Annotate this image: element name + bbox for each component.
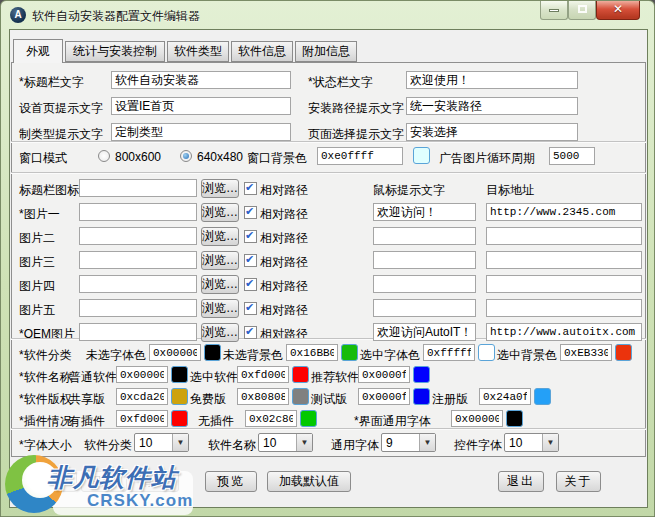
install-path-hint-input[interactable]: [406, 97, 578, 115]
chevron-down-icon[interactable]: ▼: [419, 434, 435, 451]
save-button[interactable]: 保存: [81, 471, 127, 492]
selected-font-color-swatch[interactable]: [478, 344, 495, 361]
registered-color-input[interactable]: [479, 388, 531, 405]
browse-button[interactable]: 浏览…: [201, 275, 239, 294]
browse-button[interactable]: 浏览…: [201, 203, 239, 222]
selected-bg-color-swatch[interactable]: [615, 344, 632, 361]
ad-cycle-input[interactable]: [549, 147, 595, 165]
close-button[interactable]: ✕: [596, 1, 640, 20]
picture5-url-input[interactable]: [486, 299, 642, 317]
tab-stats-install-control[interactable]: 统计与安装控制: [65, 41, 165, 62]
registered-color-swatch[interactable]: [534, 388, 551, 405]
unselected-bg-color-input[interactable]: [286, 344, 338, 361]
shareware-color-swatch[interactable]: [171, 388, 188, 405]
custom-type-hint-input[interactable]: [111, 123, 291, 141]
picture1-tooltip-input[interactable]: [373, 203, 476, 221]
picture2-url-input[interactable]: [486, 227, 642, 245]
preview-button[interactable]: 预览: [205, 471, 257, 492]
selected-bg-color-input[interactable]: [560, 344, 612, 361]
radio-640x480[interactable]: [180, 150, 192, 162]
minimize-button[interactable]: [540, 1, 568, 20]
picture3-tooltip-input[interactable]: [373, 251, 476, 269]
no-plugin-color-input[interactable]: [245, 410, 297, 427]
picture2-path-input[interactable]: [79, 227, 197, 245]
about-button[interactable]: 关于: [556, 471, 601, 492]
picture4-url-input[interactable]: [486, 275, 642, 293]
common-font-dropdown[interactable]: 9 ▼: [381, 433, 436, 452]
chevron-down-icon[interactable]: ▼: [542, 434, 558, 451]
oem-tooltip-input[interactable]: [373, 323, 476, 341]
freeware-color-swatch[interactable]: [292, 388, 309, 405]
browse-button[interactable]: 浏览…: [201, 299, 239, 318]
chevron-down-icon[interactable]: ▼: [172, 434, 188, 451]
tab-software-info[interactable]: 软件信息: [231, 41, 293, 62]
control-font-dropdown[interactable]: 10 ▼: [504, 433, 559, 452]
picture3-path-input[interactable]: [79, 251, 197, 269]
browse-button[interactable]: 浏览…: [201, 227, 239, 246]
relative-path-checkbox[interactable]: [244, 206, 257, 219]
ui-common-font-color-input[interactable]: [451, 410, 503, 427]
window-bg-input[interactable]: [317, 147, 403, 165]
recommended-software-color-input[interactable]: [358, 366, 410, 383]
window-bg-swatch[interactable]: [413, 147, 430, 164]
picture-row-label: 图片四: [19, 278, 55, 295]
beta-color-input[interactable]: [358, 388, 410, 405]
status-text-input[interactable]: [406, 71, 578, 89]
relative-path-checkbox[interactable]: [244, 278, 257, 291]
unselected-font-color-input[interactable]: [149, 344, 201, 361]
oem-url-input[interactable]: [486, 323, 642, 341]
freeware-color-input[interactable]: [237, 388, 289, 405]
tab-appearance[interactable]: 外观: [13, 39, 63, 63]
maximize-button[interactable]: [568, 1, 596, 20]
recommended-software-color-swatch[interactable]: [413, 366, 430, 383]
beta-color-swatch[interactable]: [413, 388, 430, 405]
unselected-bg-color-swatch[interactable]: [341, 344, 358, 361]
titlebar-icon-path-input[interactable]: [79, 179, 197, 197]
selected-software-color-input[interactable]: [237, 366, 289, 383]
normal-software-color-swatch[interactable]: [171, 366, 188, 383]
page-select-hint-input[interactable]: [406, 123, 578, 141]
open-button[interactable]: 打开: [23, 471, 77, 492]
url-column-header: 目标地址: [486, 182, 534, 199]
clear-button[interactable]: 清空: [129, 471, 179, 492]
oem-picture-path-input[interactable]: [79, 323, 197, 341]
selected-software-color-swatch[interactable]: [292, 366, 309, 383]
picture1-url-input[interactable]: [486, 203, 642, 221]
shareware-color-input[interactable]: [116, 388, 168, 405]
beta-label: 测试版: [311, 391, 347, 408]
picture2-tooltip-input[interactable]: [373, 227, 476, 245]
has-plugin-color-input[interactable]: [116, 410, 168, 427]
browse-button[interactable]: 浏览…: [201, 251, 239, 270]
relative-path-checkbox[interactable]: [244, 302, 257, 315]
chevron-down-icon[interactable]: ▼: [296, 434, 312, 451]
picture5-tooltip-input[interactable]: [373, 299, 476, 317]
browse-button[interactable]: 浏览…: [201, 323, 239, 342]
has-plugin-color-swatch[interactable]: [171, 410, 188, 427]
tab-software-type[interactable]: 软件类型: [167, 41, 229, 62]
relative-path-checkbox[interactable]: [244, 182, 257, 195]
exit-button[interactable]: 退出: [498, 471, 544, 492]
title-text-input[interactable]: [111, 71, 291, 89]
browse-button[interactable]: 浏览…: [201, 179, 239, 198]
load-defaults-button[interactable]: 加载默认值: [267, 471, 351, 492]
picture4-path-input[interactable]: [79, 275, 197, 293]
name-font-dropdown[interactable]: 10 ▼: [258, 433, 313, 452]
picture3-url-input[interactable]: [486, 251, 642, 269]
category-font-dropdown[interactable]: 10 ▼: [134, 433, 189, 452]
picture1-path-input[interactable]: [79, 203, 197, 221]
relative-path-checkbox[interactable]: [244, 254, 257, 267]
shareware-label: 共享版: [69, 391, 105, 408]
picture5-path-input[interactable]: [79, 299, 197, 317]
recommended-software-label: 推荐软件: [311, 369, 359, 386]
no-plugin-color-swatch[interactable]: [300, 410, 317, 427]
relative-path-checkbox[interactable]: [244, 230, 257, 243]
ui-common-font-color-swatch[interactable]: [506, 410, 523, 427]
homepage-hint-input[interactable]: [111, 97, 291, 115]
picture4-tooltip-input[interactable]: [373, 275, 476, 293]
tab-extra-info[interactable]: 附加信息: [295, 41, 357, 62]
normal-software-color-input[interactable]: [116, 366, 168, 383]
radio-800x600[interactable]: [98, 150, 110, 162]
relative-path-checkbox[interactable]: [244, 326, 257, 339]
unselected-font-color-swatch[interactable]: [204, 344, 221, 361]
selected-font-color-input[interactable]: [423, 344, 475, 361]
